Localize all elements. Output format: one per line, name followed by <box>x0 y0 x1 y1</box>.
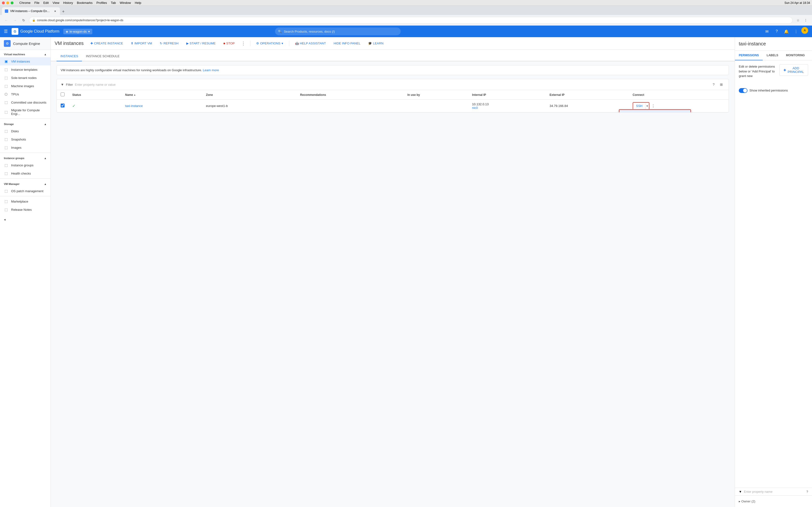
learn-more-link[interactable]: Learn more <box>203 68 219 72</box>
sidebar-item-sole-tenant-nodes[interactable]: ⬚ Sole-tenant nodes <box>0 74 51 82</box>
mac-traffic-lights[interactable] <box>2 1 13 4</box>
sidebar-item-disks[interactable]: ⬚ Disks <box>0 127 51 135</box>
url-bar[interactable]: 🔒 console.cloud.google.com/compute/insta… <box>29 17 793 24</box>
sidebar-item-images[interactable]: ⬚ Images <box>0 144 51 152</box>
user-avatar[interactable]: A <box>801 27 808 34</box>
menu-profiles[interactable]: Profiles <box>96 1 107 5</box>
hamburger-menu-icon[interactable]: ☰ <box>4 29 8 34</box>
import-vm-button[interactable]: ⬆ IMPORT VM <box>128 40 155 47</box>
help-assistant-button[interactable]: 🤖 HELP ASSISTANT <box>292 40 329 47</box>
panel-filter-help-icon[interactable]: ? <box>806 490 808 494</box>
operations-button[interactable]: ⚙ OPERATIONS ▾ <box>253 40 286 47</box>
sidebar-section-virtual-machines[interactable]: Virtual machines ▲ <box>0 50 51 57</box>
sidebar-machine-images-label: Machine images <box>11 84 34 88</box>
gcp-top-nav: ☰ G Google Cloud Platform ◈ le-wagon-ds … <box>0 25 812 37</box>
inheritance-header[interactable]: ▸ Owner (2) <box>739 498 808 505</box>
refresh-button[interactable]: ↻ REFRESH <box>157 40 181 47</box>
operations-dropdown-icon: ▾ <box>282 42 283 45</box>
new-tab-button[interactable]: + <box>60 8 67 15</box>
menu-tab[interactable]: Tab <box>111 1 116 5</box>
row-checkbox[interactable] <box>61 104 64 107</box>
sidebar-item-migrate-compute[interactable]: ⬚ Migrate for Compute Engi... <box>0 107 51 118</box>
sidebar-section-vm-manager[interactable]: VM Manager ▲ <box>0 180 51 187</box>
table-columns-icon[interactable]: ⊞ <box>718 81 725 88</box>
panel-filter-input[interactable] <box>744 490 805 494</box>
help-icon[interactable]: ? <box>772 27 781 36</box>
th-name[interactable]: Name ▲ <box>121 90 202 100</box>
ssh-open-browser-window-item[interactable]: Open in browser window <box>619 109 691 113</box>
sidebar-item-tpus[interactable]: ⬡ TPUs <box>0 90 51 98</box>
sidebar-item-os-patch[interactable]: ⬚ OS patch management <box>0 187 51 195</box>
hide-info-panel-button[interactable]: HIDE INFO PANEL <box>331 40 363 47</box>
project-selector[interactable]: ◈ le-wagon-ds ▾ <box>63 29 92 34</box>
back-button[interactable]: ← <box>3 17 10 24</box>
sidebar-section-instance-groups-collapse-icon: ▲ <box>44 157 47 160</box>
sidebar-item-instance-templates[interactable]: ⬚ Instance templates <box>0 65 51 74</box>
sidebar-item-snapshots[interactable]: ⬚ Snapshots <box>0 135 51 144</box>
panel-tab-labels[interactable]: LABELS <box>763 51 782 60</box>
menu-history[interactable]: History <box>63 1 73 5</box>
learn-button[interactable]: 🎓 LEARN <box>365 40 386 47</box>
close-dot[interactable] <box>2 1 5 4</box>
reload-button[interactable]: ↻ <box>20 17 27 24</box>
menu-bookmarks[interactable]: Bookmarks <box>77 1 93 5</box>
sidebar-item-instance-groups[interactable]: ⬚ Instance groups <box>0 161 51 169</box>
select-all-checkbox[interactable] <box>61 93 64 96</box>
maximize-dot[interactable] <box>11 1 13 4</box>
menu-help[interactable]: Help <box>135 1 141 5</box>
row-connect-cell: SSH ▾ Open in browser window Open in bro… <box>629 100 729 112</box>
email-icon[interactable]: ✉ <box>763 27 771 36</box>
panel-inheritance-section: ▸ Owner (2) <box>735 495 812 507</box>
create-instance-button[interactable]: ✚ CREATE INSTANCE <box>88 40 126 47</box>
sidebar-item-release-notes[interactable]: ⬚ Release Notes <box>0 206 51 214</box>
show-inherited-toggle[interactable] <box>739 88 748 93</box>
sidebar: ⚙ Compute Engine Virtual machines ▲ ▣ VM… <box>0 37 51 507</box>
stop-button[interactable]: ■ STOP <box>220 40 238 47</box>
start-resume-button[interactable]: ▶ START / RESUME <box>184 40 219 47</box>
sidebar-vm-instances-label: VM instances <box>11 60 30 63</box>
menu-file[interactable]: File <box>34 1 39 5</box>
ssh-dropdown-button[interactable]: ▾ <box>645 103 649 109</box>
bookmark-icon[interactable]: ☆ <box>795 17 801 24</box>
more-options-icon[interactable]: ⋮ <box>792 27 800 36</box>
minimize-dot[interactable] <box>6 1 9 4</box>
ssh-button[interactable]: SSH <box>633 103 646 109</box>
panel-tab-permissions[interactable]: PERMISSIONS <box>735 51 763 60</box>
internal-ip-link[interactable]: nic0 <box>472 106 478 110</box>
table-help-icon[interactable]: ? <box>710 81 717 88</box>
sidebar-collapse-button[interactable]: ◂ <box>0 214 51 225</box>
more-actions-button[interactable]: ⋮ <box>240 40 247 47</box>
menu-view[interactable]: View <box>53 1 59 5</box>
sidebar-section-instance-groups[interactable]: Instance groups ▲ <box>0 154 51 161</box>
notifications-icon[interactable]: 🔔 <box>782 27 791 36</box>
panel-filter: ▼ ? <box>735 488 812 495</box>
forward-button[interactable]: → <box>12 17 18 24</box>
tab-close-button[interactable]: ✕ <box>53 9 57 13</box>
release-notes-icon: ⬚ <box>4 207 8 212</box>
sidebar-item-committed-use[interactable]: ⬚ Committed use discounts <box>0 98 51 107</box>
menu-chrome[interactable]: Chrome <box>19 1 31 5</box>
menu-edit[interactable]: Edit <box>43 1 49 5</box>
instance-name-link[interactable]: taxi-instance <box>125 104 143 108</box>
filter-label: Filter <box>66 83 73 87</box>
tab-instances[interactable]: INSTANCES <box>57 51 82 61</box>
row-name-cell: taxi-instance <box>121 100 202 112</box>
right-panel: taxi-instance PERMISSIONS LABELS MONITOR… <box>735 37 812 507</box>
row-more-button[interactable]: ⋮ <box>650 103 656 109</box>
chrome-menu-icon[interactable]: ⋮ <box>802 17 809 24</box>
sidebar-item-health-checks[interactable]: ⬚ Health checks <box>0 169 51 177</box>
compute-engine-icon: ⚙ <box>4 40 11 47</box>
filter-input[interactable] <box>75 83 708 87</box>
sidebar-section-storage[interactable]: Storage ▲ <box>0 120 51 127</box>
panel-tab-monitoring[interactable]: MONITORING <box>782 51 809 60</box>
sidebar-item-marketplace[interactable]: ⬚ Marketplace <box>0 197 51 206</box>
sidebar-item-vm-instances[interactable]: ▣ VM instances <box>0 57 51 65</box>
sidebar-item-machine-images[interactable]: ⬚ Machine images <box>0 82 51 90</box>
add-principal-button[interactable]: ✚ ADD PRINCIPAL <box>779 64 808 76</box>
gcp-search-bar[interactable]: 🔍 Search Products, resources, docs (/) <box>275 27 401 35</box>
menu-window[interactable]: Window <box>120 1 131 5</box>
show-inherited-permissions-row: Show inherited permissions <box>739 88 808 93</box>
row-recommendations-cell <box>296 100 404 112</box>
chrome-active-tab[interactable]: VM instances – Compute Engi... ✕ <box>2 7 60 15</box>
tab-instance-schedule[interactable]: INSTANCE SCHEDULE <box>82 51 123 61</box>
